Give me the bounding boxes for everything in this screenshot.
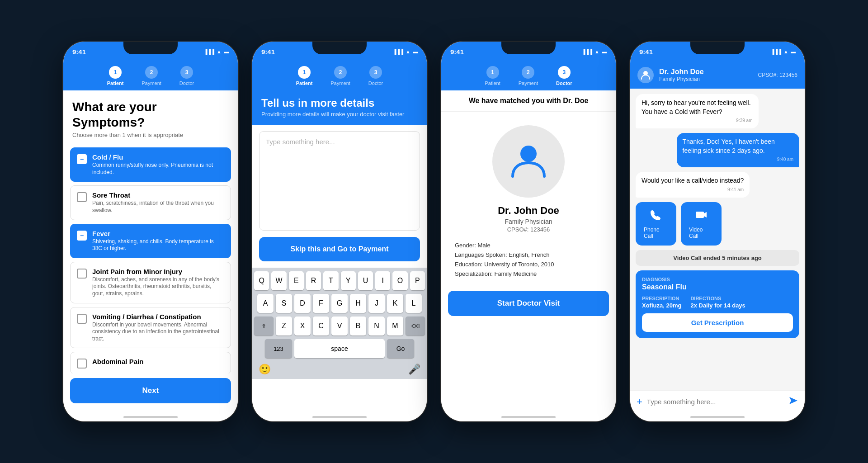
phone-call-label: Phone Call xyxy=(644,227,668,239)
key-i[interactable]: I xyxy=(375,271,390,290)
symptom-sore-throat[interactable]: Sore Throat Pain, scratchiness, irritati… xyxy=(70,185,231,220)
chat-send-icon[interactable] xyxy=(788,396,798,408)
status-icons-1: ▐▐▐ ▲ ▬ xyxy=(204,49,229,54)
doctor-name-large: Dr. John Doe xyxy=(450,205,607,217)
battery-icon-2: ▬ xyxy=(413,49,418,54)
key-w[interactable]: W xyxy=(271,271,286,290)
step-label-payment-1: Payment xyxy=(142,80,161,86)
step-label-doctor-2: Doctor xyxy=(368,80,383,86)
key-p[interactable]: P xyxy=(410,271,425,290)
key-j[interactable]: J xyxy=(368,294,385,313)
key-z[interactable]: Z xyxy=(276,317,292,335)
msg-time-1: 9:39 am xyxy=(642,118,753,124)
key-delete[interactable]: ⌫ xyxy=(406,317,425,335)
key-nums[interactable]: 123 xyxy=(265,339,292,358)
key-d[interactable]: D xyxy=(294,294,311,313)
phone-call-button[interactable]: Phone Call xyxy=(636,202,676,246)
avatar-circle xyxy=(492,125,565,198)
msg-text-3: Would your like a call/video instead? xyxy=(642,177,744,184)
phone-1-symptoms: 9:41 ▐▐▐ ▲ ▬ 1 Patient 2 Payment 3 Docto… xyxy=(62,41,239,422)
symptom-joint-pain[interactable]: Joint Pain from Minor Injury Discomfort,… xyxy=(70,262,231,303)
battery-icon: ▬ xyxy=(224,49,229,54)
doctor-details: Gender: Male Languages Spoken: English, … xyxy=(441,233,616,286)
video-call-label: Video Call xyxy=(689,227,713,239)
status-time-3: 9:41 xyxy=(450,48,464,56)
key-e[interactable]: E xyxy=(289,271,304,290)
symptom-vomiting[interactable]: Vomiting / Diarrhea / Constipation Disco… xyxy=(70,307,231,349)
keyboard-row-4: 123 space Go xyxy=(254,339,425,358)
wifi-icon: ▲ xyxy=(217,49,222,54)
msg-time-2: 9:40 am xyxy=(683,156,794,163)
home-bar-3 xyxy=(501,416,556,418)
prescription-value: Xofluza, 20mg xyxy=(642,302,681,309)
symptom-abdominal[interactable]: Abdominal Pain xyxy=(70,352,231,373)
msg-time-3: 9:41 am xyxy=(642,187,744,193)
status-bar-1: 9:41 ▐▐▐ ▲ ▬ xyxy=(63,42,238,61)
step-circle-p2-1: 1 xyxy=(298,66,311,79)
start-doctor-visit-button[interactable]: Start Doctor Visit xyxy=(448,291,609,316)
textarea-area[interactable]: Type something here... xyxy=(259,131,420,231)
key-h[interactable]: H xyxy=(350,294,366,313)
key-shift[interactable]: ⇧ xyxy=(254,317,274,335)
checkbox-abdominal[interactable] xyxy=(77,359,87,369)
keyboard-row-3: ⇧ Z X C V B N M ⌫ xyxy=(254,317,425,335)
key-k[interactable]: K xyxy=(387,294,403,313)
step-circle-p3-2: 2 xyxy=(522,66,534,79)
step-patient-2: 1 Patient xyxy=(296,66,313,86)
key-q[interactable]: Q xyxy=(254,271,269,290)
checkbox-sore-throat[interactable] xyxy=(77,192,87,202)
key-n[interactable]: N xyxy=(368,317,385,335)
key-t[interactable]: T xyxy=(323,271,338,290)
symptoms-title: What are your Symptoms? xyxy=(72,99,229,130)
key-c[interactable]: C xyxy=(313,317,329,335)
get-prescription-button[interactable]: Get Prescription xyxy=(642,313,793,332)
key-l[interactable]: L xyxy=(406,294,422,313)
key-o[interactable]: O xyxy=(392,271,407,290)
emoji-icon[interactable]: 🙂 xyxy=(259,364,271,375)
skip-button[interactable]: Skip this and Go to Payment xyxy=(259,237,420,261)
video-call-button[interactable]: Video Call xyxy=(681,202,722,246)
doctor-avatar-icon xyxy=(508,140,549,183)
key-r[interactable]: R xyxy=(306,271,321,290)
status-time-2: 9:41 xyxy=(261,48,275,56)
checkbox-cold-flu[interactable] xyxy=(77,154,87,164)
symptom-abdominal-text: Abdominal Pain xyxy=(92,358,143,365)
details-subtitle: Providing more details will make your do… xyxy=(261,111,418,118)
key-go[interactable]: Go xyxy=(387,339,414,358)
key-v[interactable]: V xyxy=(331,317,348,335)
key-y[interactable]: Y xyxy=(341,271,356,290)
checkbox-fever[interactable] xyxy=(77,231,87,241)
symptom-cold-flu[interactable]: Cold / Flu Common runny/stuffy nose only… xyxy=(70,147,231,182)
key-s[interactable]: S xyxy=(276,294,292,313)
step-patient-1: 1 Patient xyxy=(107,66,124,86)
key-u[interactable]: U xyxy=(358,271,373,290)
key-f[interactable]: F xyxy=(313,294,329,313)
step-label-doctor-1: Doctor xyxy=(179,80,194,86)
mic-icon[interactable]: 🎤 xyxy=(408,364,420,375)
chat-input[interactable] xyxy=(647,398,784,406)
wifi-icon-4: ▲ xyxy=(783,49,788,54)
wifi-icon-3: ▲ xyxy=(594,49,599,54)
chat-doctor-role: Family Physician xyxy=(659,76,753,82)
phone-2-details: 9:41 ▐▐▐ ▲ ▬ 1 Patient 2 Payment 3 Docto xyxy=(251,41,428,422)
symptom-fever[interactable]: Fever Shivering, shaking, and chills. Bo… xyxy=(70,224,231,258)
key-g[interactable]: G xyxy=(331,294,348,313)
doctor-avatar-area xyxy=(441,112,616,205)
chat-plus-icon[interactable]: + xyxy=(637,396,642,408)
step-payment-2: 2 Payment xyxy=(330,66,350,86)
checkbox-joint-pain[interactable] xyxy=(77,269,87,279)
key-b[interactable]: B xyxy=(350,317,366,335)
keyboard: Q W E R T Y U I O P A S D F G H xyxy=(252,268,427,379)
key-m[interactable]: M xyxy=(387,317,403,335)
status-time-4: 9:41 xyxy=(639,48,653,56)
key-x[interactable]: X xyxy=(294,317,311,335)
key-space[interactable]: space xyxy=(294,339,385,358)
next-button[interactable]: Next xyxy=(70,378,231,403)
phone-icon xyxy=(650,208,662,224)
msg-received-2: Would your like a call/video instead? 9:… xyxy=(636,172,750,198)
notch-4 xyxy=(690,42,745,54)
checkbox-vomiting[interactable] xyxy=(77,314,87,324)
key-a[interactable]: A xyxy=(257,294,274,313)
home-indicator-1 xyxy=(63,412,238,421)
wifi-icon-2: ▲ xyxy=(406,49,410,54)
